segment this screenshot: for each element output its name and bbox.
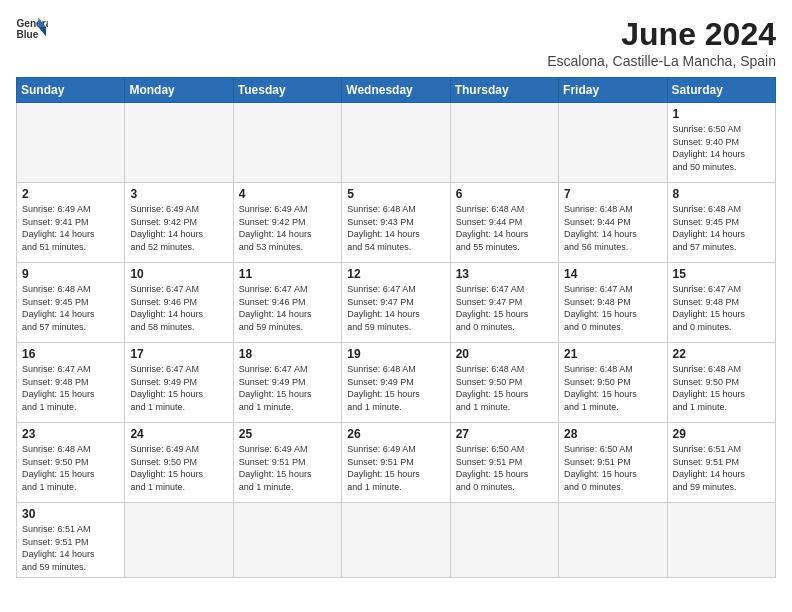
day-info: Sunrise: 6:48 AM Sunset: 9:50 PM Dayligh… xyxy=(673,363,770,413)
calendar-week-row: 1Sunrise: 6:50 AM Sunset: 9:40 PM Daylig… xyxy=(17,103,776,183)
day-info: Sunrise: 6:47 AM Sunset: 9:46 PM Dayligh… xyxy=(239,283,336,333)
calendar-day-cell xyxy=(342,503,450,578)
calendar-day-cell: 15Sunrise: 6:47 AM Sunset: 9:48 PM Dayli… xyxy=(667,263,775,343)
day-info: Sunrise: 6:48 AM Sunset: 9:44 PM Dayligh… xyxy=(456,203,553,253)
calendar-day-cell: 18Sunrise: 6:47 AM Sunset: 9:49 PM Dayli… xyxy=(233,343,341,423)
calendar-day-cell: 12Sunrise: 6:47 AM Sunset: 9:47 PM Dayli… xyxy=(342,263,450,343)
calendar-day-cell xyxy=(342,103,450,183)
day-number: 15 xyxy=(673,267,770,281)
day-info: Sunrise: 6:47 AM Sunset: 9:49 PM Dayligh… xyxy=(239,363,336,413)
calendar-day-cell: 24Sunrise: 6:49 AM Sunset: 9:50 PM Dayli… xyxy=(125,423,233,503)
day-number: 10 xyxy=(130,267,227,281)
day-number: 17 xyxy=(130,347,227,361)
day-info: Sunrise: 6:48 AM Sunset: 9:49 PM Dayligh… xyxy=(347,363,444,413)
day-number: 1 xyxy=(673,107,770,121)
calendar-day-cell: 3Sunrise: 6:49 AM Sunset: 9:42 PM Daylig… xyxy=(125,183,233,263)
day-number: 27 xyxy=(456,427,553,441)
day-number: 3 xyxy=(130,187,227,201)
day-info: Sunrise: 6:47 AM Sunset: 9:47 PM Dayligh… xyxy=(347,283,444,333)
calendar-day-cell: 28Sunrise: 6:50 AM Sunset: 9:51 PM Dayli… xyxy=(559,423,667,503)
day-number: 18 xyxy=(239,347,336,361)
calendar-day-cell: 8Sunrise: 6:48 AM Sunset: 9:45 PM Daylig… xyxy=(667,183,775,263)
calendar-day-cell xyxy=(125,103,233,183)
day-number: 7 xyxy=(564,187,661,201)
day-number: 24 xyxy=(130,427,227,441)
day-number: 8 xyxy=(673,187,770,201)
day-number: 13 xyxy=(456,267,553,281)
day-number: 28 xyxy=(564,427,661,441)
calendar-day-cell: 22Sunrise: 6:48 AM Sunset: 9:50 PM Dayli… xyxy=(667,343,775,423)
day-info: Sunrise: 6:48 AM Sunset: 9:45 PM Dayligh… xyxy=(673,203,770,253)
column-header-monday: Monday xyxy=(125,78,233,103)
day-info: Sunrise: 6:51 AM Sunset: 9:51 PM Dayligh… xyxy=(22,523,119,573)
day-number: 12 xyxy=(347,267,444,281)
day-number: 23 xyxy=(22,427,119,441)
calendar-day-cell: 30Sunrise: 6:51 AM Sunset: 9:51 PM Dayli… xyxy=(17,503,125,578)
day-info: Sunrise: 6:49 AM Sunset: 9:50 PM Dayligh… xyxy=(130,443,227,493)
day-number: 21 xyxy=(564,347,661,361)
day-number: 6 xyxy=(456,187,553,201)
day-info: Sunrise: 6:47 AM Sunset: 9:48 PM Dayligh… xyxy=(564,283,661,333)
day-info: Sunrise: 6:47 AM Sunset: 9:49 PM Dayligh… xyxy=(130,363,227,413)
day-number: 19 xyxy=(347,347,444,361)
day-number: 2 xyxy=(22,187,119,201)
day-info: Sunrise: 6:48 AM Sunset: 9:45 PM Dayligh… xyxy=(22,283,119,333)
calendar-day-cell: 14Sunrise: 6:47 AM Sunset: 9:48 PM Dayli… xyxy=(559,263,667,343)
calendar-day-cell xyxy=(667,503,775,578)
calendar-day-cell: 26Sunrise: 6:49 AM Sunset: 9:51 PM Dayli… xyxy=(342,423,450,503)
calendar-day-cell: 2Sunrise: 6:49 AM Sunset: 9:41 PM Daylig… xyxy=(17,183,125,263)
calendar-day-cell xyxy=(559,503,667,578)
day-info: Sunrise: 6:47 AM Sunset: 9:48 PM Dayligh… xyxy=(22,363,119,413)
calendar-day-cell xyxy=(233,103,341,183)
month-title: June 2024 xyxy=(547,16,776,53)
day-number: 30 xyxy=(22,507,119,521)
calendar-day-cell xyxy=(450,503,558,578)
calendar-day-cell: 9Sunrise: 6:48 AM Sunset: 9:45 PM Daylig… xyxy=(17,263,125,343)
day-number: 14 xyxy=(564,267,661,281)
calendar-day-cell: 6Sunrise: 6:48 AM Sunset: 9:44 PM Daylig… xyxy=(450,183,558,263)
calendar-day-cell xyxy=(559,103,667,183)
day-info: Sunrise: 6:48 AM Sunset: 9:43 PM Dayligh… xyxy=(347,203,444,253)
logo: General Blue xyxy=(16,16,48,44)
day-number: 16 xyxy=(22,347,119,361)
day-info: Sunrise: 6:48 AM Sunset: 9:44 PM Dayligh… xyxy=(564,203,661,253)
day-info: Sunrise: 6:50 AM Sunset: 9:40 PM Dayligh… xyxy=(673,123,770,173)
column-header-saturday: Saturday xyxy=(667,78,775,103)
column-header-sunday: Sunday xyxy=(17,78,125,103)
location-subtitle: Escalona, Castille-La Mancha, Spain xyxy=(547,53,776,69)
day-info: Sunrise: 6:47 AM Sunset: 9:47 PM Dayligh… xyxy=(456,283,553,333)
generalblue-logo-icon: General Blue xyxy=(16,16,48,44)
day-number: 22 xyxy=(673,347,770,361)
calendar-week-row: 9Sunrise: 6:48 AM Sunset: 9:45 PM Daylig… xyxy=(17,263,776,343)
day-number: 20 xyxy=(456,347,553,361)
calendar-week-row: 16Sunrise: 6:47 AM Sunset: 9:48 PM Dayli… xyxy=(17,343,776,423)
calendar-day-cell: 5Sunrise: 6:48 AM Sunset: 9:43 PM Daylig… xyxy=(342,183,450,263)
day-info: Sunrise: 6:50 AM Sunset: 9:51 PM Dayligh… xyxy=(564,443,661,493)
svg-marker-3 xyxy=(38,27,46,36)
day-number: 4 xyxy=(239,187,336,201)
calendar-day-cell xyxy=(233,503,341,578)
day-info: Sunrise: 6:49 AM Sunset: 9:51 PM Dayligh… xyxy=(347,443,444,493)
calendar-day-cell: 19Sunrise: 6:48 AM Sunset: 9:49 PM Dayli… xyxy=(342,343,450,423)
calendar-day-cell: 10Sunrise: 6:47 AM Sunset: 9:46 PM Dayli… xyxy=(125,263,233,343)
calendar-day-cell: 4Sunrise: 6:49 AM Sunset: 9:42 PM Daylig… xyxy=(233,183,341,263)
day-number: 26 xyxy=(347,427,444,441)
day-number: 5 xyxy=(347,187,444,201)
calendar-day-cell: 17Sunrise: 6:47 AM Sunset: 9:49 PM Dayli… xyxy=(125,343,233,423)
calendar-day-cell: 20Sunrise: 6:48 AM Sunset: 9:50 PM Dayli… xyxy=(450,343,558,423)
day-info: Sunrise: 6:49 AM Sunset: 9:51 PM Dayligh… xyxy=(239,443,336,493)
day-number: 11 xyxy=(239,267,336,281)
day-number: 29 xyxy=(673,427,770,441)
title-block: June 2024 Escalona, Castille-La Mancha, … xyxy=(547,16,776,69)
calendar-day-cell: 13Sunrise: 6:47 AM Sunset: 9:47 PM Dayli… xyxy=(450,263,558,343)
calendar-day-cell: 25Sunrise: 6:49 AM Sunset: 9:51 PM Dayli… xyxy=(233,423,341,503)
day-info: Sunrise: 6:50 AM Sunset: 9:51 PM Dayligh… xyxy=(456,443,553,493)
calendar-day-cell: 21Sunrise: 6:48 AM Sunset: 9:50 PM Dayli… xyxy=(559,343,667,423)
page-header: General Blue June 2024 Escalona, Castill… xyxy=(16,16,776,69)
calendar-week-row: 23Sunrise: 6:48 AM Sunset: 9:50 PM Dayli… xyxy=(17,423,776,503)
day-info: Sunrise: 6:49 AM Sunset: 9:42 PM Dayligh… xyxy=(130,203,227,253)
day-number: 9 xyxy=(22,267,119,281)
calendar-week-row: 2Sunrise: 6:49 AM Sunset: 9:41 PM Daylig… xyxy=(17,183,776,263)
calendar-day-cell xyxy=(125,503,233,578)
day-info: Sunrise: 6:48 AM Sunset: 9:50 PM Dayligh… xyxy=(564,363,661,413)
